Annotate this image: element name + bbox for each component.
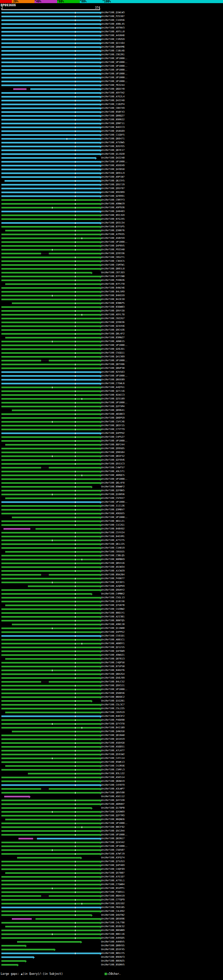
- hit-label[interactable]: UniRef100_C5MTW1: [101, 264, 124, 267]
- hit-label[interactable]: UniRef100_P38911: [101, 891, 124, 894]
- alignment-bar[interactable]: [2, 218, 100, 220]
- alignment-bar[interactable]: [2, 356, 100, 358]
- alignment-bar[interactable]: [2, 643, 100, 644]
- alignment-bar[interactable]: [2, 589, 100, 591]
- alignment-bar[interactable]: [49, 681, 100, 683]
- hit-label[interactable]: UniRef100_C4WT57: [101, 466, 124, 469]
- alignment-bar[interactable]: [2, 601, 100, 603]
- alignment-bar[interactable]: [2, 769, 100, 771]
- alignment-bar[interactable]: [2, 651, 100, 652]
- hit-label[interactable]: UniRef100_A7T275: [101, 539, 124, 542]
- hit-label[interactable]: UniRef100_B9A2B4: [101, 573, 124, 576]
- hit-label[interactable]: UniRef100_Q001L8: [101, 267, 124, 270]
- hit-label[interactable]: UniRef100_B5WK13: [101, 760, 124, 764]
- hit-label[interactable]: UniRef100_B7SP50: [101, 665, 124, 668]
- hit-label[interactable]: UniRef100_UP1000..: [101, 65, 128, 68]
- hit-label[interactable]: UniRef100_A9NIJ0: [101, 623, 124, 626]
- alignment-bar[interactable]: [2, 910, 100, 912]
- hit-label[interactable]: UniRef100_Q2F5M4: [101, 405, 124, 408]
- alignment-bar[interactable]: [2, 459, 100, 461]
- alignment-bar[interactable]: [2, 65, 100, 67]
- hit-label[interactable]: UniRef100_C5D507: [101, 849, 124, 852]
- hit-label[interactable]: UniRef100_Q00VS5: [101, 944, 124, 947]
- hit-label[interactable]: UniRef100_B7FSP5: [101, 225, 124, 228]
- alignment-bar[interactable]: [2, 146, 100, 147]
- hit-label[interactable]: UniRef100_Q4Y320: [101, 799, 124, 802]
- alignment-bar[interactable]: [2, 735, 100, 736]
- alignment-bar[interactable]: [5, 872, 100, 874]
- alignment-bar[interactable]: [2, 237, 100, 239]
- alignment-bar[interactable]: [2, 157, 95, 159]
- hit-label[interactable]: UniRef100_Q0UP30: [101, 367, 124, 370]
- hit-label[interactable]: UniRef100_B7GJX5: [101, 218, 124, 221]
- alignment-bar[interactable]: [12, 409, 100, 411]
- hit-label[interactable]: UniRef100_C7YTT9: [101, 428, 124, 431]
- hit-label[interactable]: UniRef100_I1I126: [101, 504, 124, 508]
- hit-label[interactable]: UniRef100_A9L5T1: [101, 470, 124, 473]
- alignment-bar[interactable]: [2, 704, 100, 706]
- hit-label[interactable]: UniRef100_A6SBE3: [101, 413, 124, 416]
- alignment-bar[interactable]: [2, 341, 100, 342]
- alignment-bar[interactable]: [49, 467, 100, 469]
- alignment-bar[interactable]: [2, 42, 100, 44]
- hit-label[interactable]: UniRef100_Q43DS8: [101, 168, 124, 171]
- alignment-bar[interactable]: [2, 448, 100, 450]
- hit-label[interactable]: UniRef100_A9TLL0: [101, 30, 124, 33]
- alignment-bar[interactable]: [2, 845, 100, 847]
- alignment-bar[interactable]: [2, 543, 100, 545]
- alignment-bar[interactable]: [2, 371, 100, 373]
- alignment-bar[interactable]: [2, 111, 100, 113]
- hit-label[interactable]: UniRef100_A7PH35: [101, 233, 124, 236]
- alignment-bar[interactable]: [2, 50, 100, 52]
- alignment-bar[interactable]: [2, 635, 100, 637]
- alignment-bar[interactable]: [2, 436, 100, 438]
- alignment-bar[interactable]: [2, 826, 100, 828]
- alignment-bar[interactable]: [2, 555, 100, 557]
- alignment-bar[interactable]: [2, 880, 100, 881]
- hit-label[interactable]: UniRef100_B4K3F2: [101, 715, 124, 718]
- alignment-bar[interactable]: [2, 570, 100, 572]
- alignment-bar[interactable]: [2, 509, 100, 511]
- alignment-bar[interactable]: [2, 865, 100, 866]
- alignment-bar[interactable]: [2, 452, 100, 453]
- hit-label[interactable]: UniRef100_P49077: [101, 577, 124, 580]
- alignment-bar[interactable]: [2, 486, 91, 488]
- alignment-bar[interactable]: [5, 230, 100, 232]
- alignment-bar[interactable]: [2, 291, 100, 293]
- alignment-bar[interactable]: [37, 838, 100, 840]
- alignment-bar[interactable]: [2, 150, 100, 151]
- alignment-bar[interactable]: [2, 92, 100, 94]
- alignment-bar[interactable]: [2, 360, 41, 361]
- alignment-bar[interactable]: [2, 757, 100, 759]
- alignment-bar[interactable]: [2, 467, 41, 469]
- alignment-bar[interactable]: [2, 161, 100, 163]
- alignment-bar[interactable]: [2, 27, 100, 29]
- alignment-bar[interactable]: [12, 731, 100, 732]
- alignment-bar[interactable]: [2, 379, 100, 381]
- hit-label[interactable]: UniRef100_A9YLT8: [101, 313, 124, 317]
- alignment-bar[interactable]: [2, 784, 100, 786]
- alignment-bar[interactable]: [12, 624, 100, 625]
- alignment-bar[interactable]: [2, 547, 100, 549]
- hit-label[interactable]: UniRef100_Q56J99: [101, 676, 124, 679]
- alignment-bar[interactable]: [2, 501, 100, 503]
- alignment-bar[interactable]: [2, 406, 100, 407]
- alignment-bar[interactable]: [2, 708, 100, 710]
- alignment-bar[interactable]: [2, 203, 100, 205]
- alignment-bar[interactable]: [30, 88, 100, 90]
- alignment-bar[interactable]: [2, 318, 100, 320]
- hit-label[interactable]: UniRef100_A5DVG8: [101, 741, 124, 745]
- hit-label[interactable]: UniRef100_Q75ZG3: [101, 860, 124, 863]
- hit-label[interactable]: UniRef100_Q7G07B: [101, 604, 124, 607]
- alignment-bar[interactable]: [2, 433, 100, 434]
- hit-label[interactable]: UniRef100_Q4P469: [101, 864, 124, 867]
- hit-label[interactable]: UniRef100_A4QYG1: [101, 386, 124, 389]
- alignment-bar[interactable]: [49, 360, 100, 361]
- hit-label[interactable]: UniRef100_C7TQP9: [101, 898, 124, 901]
- hit-label[interactable]: UniRef100_C6TJD3: [101, 271, 124, 274]
- hit-label[interactable]: UniRef100_Q00Q27: [101, 115, 124, 118]
- hit-label[interactable]: UniRef100_C5FEE7: [101, 497, 124, 500]
- hit-label[interactable]: UniRef100_A6N9Y1: [101, 642, 124, 645]
- alignment-bar[interactable]: [2, 211, 100, 212]
- alignment-bar[interactable]: [35, 528, 100, 530]
